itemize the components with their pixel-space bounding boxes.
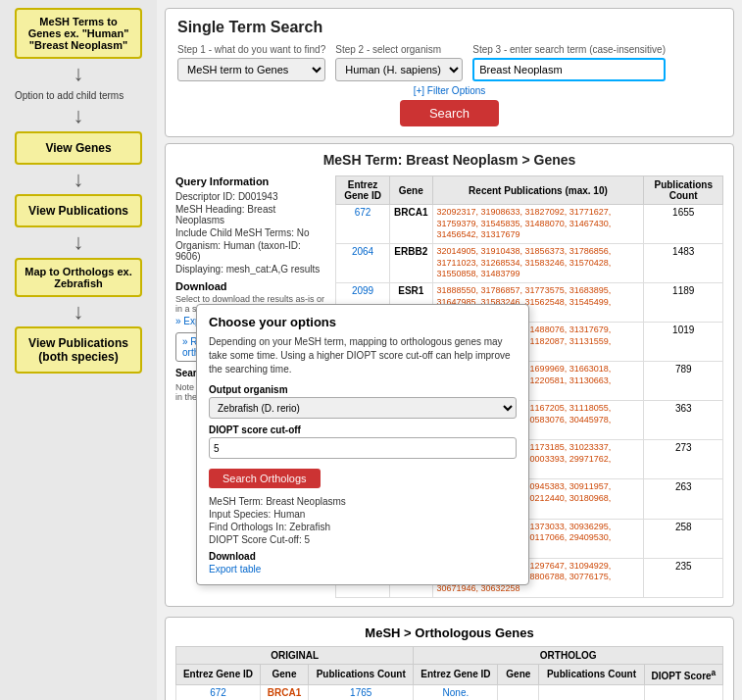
organism: Organism: Human (taxon-ID: 9606) — [175, 240, 327, 262]
table-row: 2064 ERBB2 32014905, 31910438, 31856373,… — [336, 244, 723, 283]
search-box: Single Term Search Step 1 - what do you … — [165, 8, 734, 137]
orth-gene-cell — [498, 684, 539, 700]
table-row: 672 BRCA1 1765 None. — [176, 684, 723, 700]
diopt-field: DIOPT score cut-off — [209, 425, 517, 459]
dialog-download: Download Export table — [209, 551, 517, 575]
table-row: 672 BRCA1 32092317, 31908633, 31827092, … — [336, 205, 723, 244]
orth-col-orth-id: Entrez Gene ID — [414, 664, 498, 684]
mesh-terms-label: MeSH Terms to Genes ex. "Human" "Breast … — [28, 16, 129, 51]
arrow-down-4: ↓ — [74, 229, 84, 255]
view-genes-button[interactable]: View Genes — [15, 131, 142, 165]
output-organism-field: Output organism Zebrafish (D. rerio) — [209, 384, 517, 419]
gene-name-cell: BRCA1 — [390, 205, 432, 244]
search-button[interactable]: Search — [400, 100, 499, 126]
ortholog-group-header: ORTHOLOG — [414, 646, 723, 664]
orig-id-cell[interactable]: 672 — [176, 684, 261, 700]
step3-label: Step 3 - enter search term (case-insensi… — [472, 44, 666, 55]
orth-pubs-cell[interactable] — [539, 684, 644, 700]
count-cell: 789 — [644, 362, 723, 401]
col-gene: Gene — [390, 176, 432, 205]
dialog-overlay: Choose your options Depending on your Me… — [196, 304, 529, 585]
dialog-export-link[interactable]: Export table — [209, 564, 261, 575]
dialog-download-header: Download — [209, 551, 517, 562]
include-child: Include Child MeSH Terms: No — [175, 227, 327, 238]
arrow-down-3: ↓ — [74, 167, 84, 192]
entrez-id-cell[interactable]: 2064 — [336, 244, 390, 283]
arrow-down-1: ↓ — [74, 61, 84, 86]
dialog-info-panel: MeSH Term: Breast Neoplasms Input Specie… — [209, 496, 517, 545]
map-orthologs-label: Map to Orthologs ex. Zebrafish — [25, 266, 131, 289]
dialog-input-species: Input Species: Human — [209, 509, 517, 520]
col-recent-pubs: Recent Publications (max. 10) — [432, 176, 644, 205]
view-publications-both-button[interactable]: View Publications (both species) — [15, 326, 142, 374]
search-orthologs-button[interactable]: Search Orthologs — [209, 469, 321, 488]
step2-group: Step 2 - select organism Human (H. sapie… — [335, 44, 463, 81]
diopt-score-cell[interactable] — [644, 684, 722, 700]
count-cell: 1483 — [644, 244, 723, 283]
ortholog-results-table: ORIGINAL ORTHOLOG Entrez Gene ID Gene Pu… — [175, 646, 723, 700]
step1-group: Step 1 - what do you want to find? MeSH … — [177, 44, 325, 81]
dialog-desc: Depending on your MeSH term, mapping to … — [209, 335, 517, 376]
orth-id-cell[interactable]: None. — [414, 684, 498, 700]
arrow-down-5: ↓ — [74, 299, 84, 325]
output-organism-label: Output organism — [209, 384, 517, 395]
count-cell: 1655 — [644, 205, 723, 244]
view-publications-button[interactable]: View Publications — [15, 194, 142, 227]
query-info-header: Query Information — [175, 175, 327, 187]
pubs-cell: 32014905, 31910438, 31856373, 31786856, … — [432, 244, 644, 283]
option-text: Option to add child terms — [15, 90, 142, 101]
entrez-id-cell[interactable]: 672 — [336, 205, 390, 244]
dialog-title: Choose your options — [209, 315, 517, 329]
dialog-diopt-cutoff: DIOPT Score Cut-off: 5 — [209, 534, 517, 545]
output-organism-select[interactable]: Zebrafish (D. rerio) — [209, 397, 517, 419]
count-cell: 258 — [644, 519, 723, 558]
count-cell: 273 — [644, 440, 723, 479]
dialog-find-orthologs: Find Orthologs In: Zebrafish — [209, 522, 517, 532]
dialog-mesh-term: MeSH Term: Breast Neoplasms — [209, 496, 517, 507]
descriptor-id: Descriptor ID: D001943 — [175, 191, 327, 202]
count-cell: 263 — [644, 479, 723, 519]
orig-pubs-cell[interactable]: 1765 — [309, 684, 414, 700]
orig-gene-cell: BRCA1 — [260, 684, 308, 700]
ortholog-box: MeSH > Orthologous Genes ORIGINAL ORTHOL… — [165, 617, 734, 700]
orth-col-orig-pubs: Publications Count — [309, 664, 414, 684]
results-title: MeSH Term: Breast Neoplasm > Genes — [175, 152, 723, 168]
map-orthologs-box: Map to Orthologs ex. Zebrafish — [15, 258, 142, 297]
diopt-input[interactable] — [209, 437, 517, 459]
filter-options-link[interactable]: [+] Filter Options — [177, 85, 721, 96]
gene-name-cell: ERBB2 — [390, 244, 432, 283]
diopt-label: DIOPT score cut-off — [209, 425, 517, 435]
col-entrez-id: Entrez Gene ID — [336, 176, 390, 205]
sidebar: MeSH Terms to Genes ex. "Human" "Breast … — [0, 0, 157, 700]
download-header: Download — [175, 280, 327, 292]
mesh-heading: MeSH Heading: Breast Neoplasms — [175, 204, 327, 225]
count-cell: 363 — [644, 401, 723, 440]
count-cell: 1019 — [644, 323, 723, 362]
step1-select[interactable]: MeSH term to Genes — [177, 58, 325, 81]
count-cell: 1189 — [644, 283, 723, 323]
step3-input[interactable] — [472, 58, 666, 81]
step2-label: Step 2 - select organism — [335, 44, 463, 55]
orth-col-diopt: DIOPT Scorea — [644, 664, 722, 684]
pubs-cell: 32092317, 31908633, 31827092, 31771627, … — [432, 205, 644, 244]
step3-group: Step 3 - enter search term (case-insensi… — [472, 44, 666, 81]
count-cell: 235 — [644, 558, 723, 597]
step1-label: Step 1 - what do you want to find? — [177, 44, 325, 55]
col-pub-count: Publications Count — [644, 176, 723, 205]
orth-col-orig-id: Entrez Gene ID — [176, 664, 261, 684]
mesh-terms-box: MeSH Terms to Genes ex. "Human" "Breast … — [15, 8, 142, 59]
displaying: Displaying: mesh_cat:A,G results — [175, 264, 327, 275]
search-steps: Step 1 - what do you want to find? MeSH … — [177, 44, 721, 81]
search-title: Single Term Search — [177, 19, 721, 36]
ortholog-table: ORIGINAL ORTHOLOG Entrez Gene ID Gene Pu… — [175, 646, 723, 700]
ortholog-title: MeSH > Orthologous Genes — [175, 625, 723, 640]
orth-col-orth-pubs: Publications Count — [539, 664, 644, 684]
orth-col-orth-gene: Gene — [498, 664, 539, 684]
original-group-header: ORIGINAL — [176, 646, 414, 664]
orth-col-orig-gene: Gene — [260, 664, 308, 684]
arrow-down-2: ↓ — [74, 103, 84, 128]
step2-select[interactable]: Human (H. sapiens) — [335, 58, 463, 81]
